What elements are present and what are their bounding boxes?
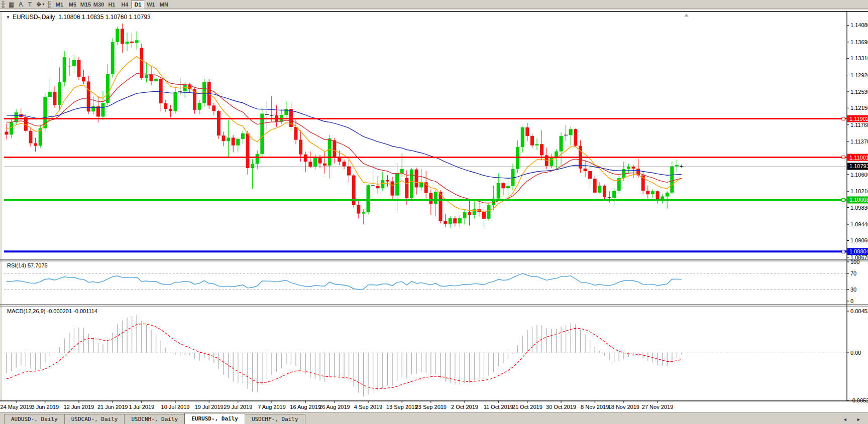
hline-anchor[interactable] <box>842 250 845 253</box>
hline-price-label: 1.11902 <box>849 116 868 122</box>
candle <box>410 170 413 198</box>
candle <box>588 171 592 179</box>
candle <box>381 180 384 188</box>
timeframe-button-h4[interactable]: H4 <box>118 1 131 9</box>
candle <box>497 183 500 199</box>
candle <box>159 79 163 103</box>
chart-canvas[interactable]: 1.140801.136901.133101.129201.125301.121… <box>0 10 868 412</box>
date-tick-label: 21 Jun 2019 <box>97 404 128 410</box>
candle <box>121 29 124 44</box>
candle <box>670 167 674 193</box>
candle <box>603 186 606 197</box>
price-tick-label: 1.11370 <box>850 138 868 145</box>
candle <box>333 140 336 157</box>
price-tick-label: 1.12150 <box>850 105 868 111</box>
timeframe-button-m30[interactable]: M30 <box>92 1 105 9</box>
cursor-mode-icon[interactable]: ✥▾ <box>34 1 46 9</box>
candle <box>632 167 635 168</box>
candle <box>169 109 172 111</box>
chart-tab-usdcnh[interactable]: USDCNH-, Daily <box>124 414 185 424</box>
candle <box>453 218 457 223</box>
candle <box>444 221 447 224</box>
candle <box>308 162 312 167</box>
hline-price-label: 1.11001 <box>849 155 868 161</box>
price-tick-label: 1.13690 <box>850 39 868 45</box>
candle <box>260 113 264 154</box>
rsi-tick-label: 100 <box>850 259 859 265</box>
text-box-icon[interactable]: T <box>25 1 34 9</box>
candle <box>463 212 467 218</box>
chart-tab-audusd[interactable]: AUDUSD-, Daily <box>4 414 65 424</box>
candle <box>487 205 491 219</box>
candle <box>560 136 563 152</box>
chart-window[interactable]: 1.140801.136901.133101.129201.125301.121… <box>0 10 868 412</box>
text-label-icon[interactable]: A <box>16 1 25 9</box>
candle <box>77 60 81 77</box>
price-tick-label: 1.12920 <box>850 72 868 78</box>
chart-tab-usdchf[interactable]: USDCHF-, Daily <box>245 414 305 424</box>
macd-tick-label: -0.005205 <box>850 397 868 403</box>
macd-tick-label: 0.00 <box>850 350 861 356</box>
candle <box>569 129 573 135</box>
timeframe-button-m15[interactable]: M15 <box>79 1 92 9</box>
date-tick-label: 4 Sep 2019 <box>354 404 382 410</box>
candle <box>87 81 90 111</box>
candle <box>550 158 553 166</box>
candle <box>343 162 346 166</box>
date-tick-label: 27 Nov 2019 <box>642 404 673 410</box>
candle <box>405 178 408 198</box>
candle <box>318 158 322 164</box>
timeframe-button-w1[interactable]: W1 <box>144 1 157 9</box>
candle <box>145 75 148 78</box>
hline-anchor[interactable] <box>842 117 845 120</box>
dropdown-caret-icon[interactable]: ▾ <box>42 2 44 7</box>
candle <box>593 179 597 192</box>
date-tick-label: 11 Oct 2019 <box>484 404 513 410</box>
candle <box>135 40 139 43</box>
price-tick-label: 1.13310 <box>850 55 868 61</box>
date-tick-label: 12 Jun 2019 <box>64 404 94 410</box>
candle <box>530 136 534 146</box>
candle <box>449 218 452 224</box>
timeframe-button-m1[interactable]: M1 <box>53 1 66 9</box>
price-tick-label: 1.09440 <box>850 221 868 227</box>
price-tick-label: 1.10600 <box>850 172 868 178</box>
candle <box>651 191 655 194</box>
hline-price-label: 1.08804 <box>849 248 868 254</box>
candle <box>236 139 240 146</box>
timeframe-button-m5[interactable]: M5 <box>66 1 79 9</box>
hline-anchor[interactable] <box>842 156 845 159</box>
candle <box>10 122 13 135</box>
data-window-icon[interactable]: ▦ <box>7 1 16 9</box>
candle <box>154 79 158 81</box>
price-tick-label: 1.09830 <box>850 205 868 211</box>
candle <box>627 167 630 169</box>
tab-scroll-arrows[interactable]: ◄ ► <box>843 417 865 422</box>
candle <box>574 129 577 146</box>
toolbar-grip-2[interactable] <box>48 1 51 8</box>
chart-tab-eurusd[interactable]: EURUSD-, Daily <box>184 413 245 424</box>
candle <box>666 193 669 197</box>
hline-anchor[interactable] <box>842 198 845 201</box>
timeframe-button-mn[interactable]: MN <box>157 1 170 9</box>
candle <box>362 212 365 214</box>
candle <box>584 169 587 171</box>
toolbar-grip[interactable] <box>2 1 5 8</box>
timeframe-button-h1[interactable]: H1 <box>105 1 118 9</box>
candle <box>101 103 105 116</box>
chart-tab-usdcad[interactable]: USDCAD-, Daily <box>64 414 125 424</box>
date-tick-label: 3 Jun 2019 <box>32 404 59 410</box>
hline-price-label: 1.10008 <box>849 197 868 203</box>
candle <box>400 169 404 174</box>
price-tick-label: 1.10210 <box>850 188 868 194</box>
chart-menu-triangle-icon[interactable]: ▼ <box>6 15 10 20</box>
candle <box>256 154 259 164</box>
chart-title: ▼EURUSD-,Daily 1.10806 1.10835 1.10760 1… <box>6 14 151 21</box>
candle <box>29 131 33 144</box>
candle <box>34 143 37 146</box>
rsi-tick-label: 30 <box>850 287 856 293</box>
timeframe-button-d1[interactable]: D1 <box>131 1 144 9</box>
date-tick-label: 30 Oct 2019 <box>546 404 576 410</box>
date-tick-label: 26 Aug 2019 <box>319 404 350 410</box>
candle <box>468 212 471 215</box>
